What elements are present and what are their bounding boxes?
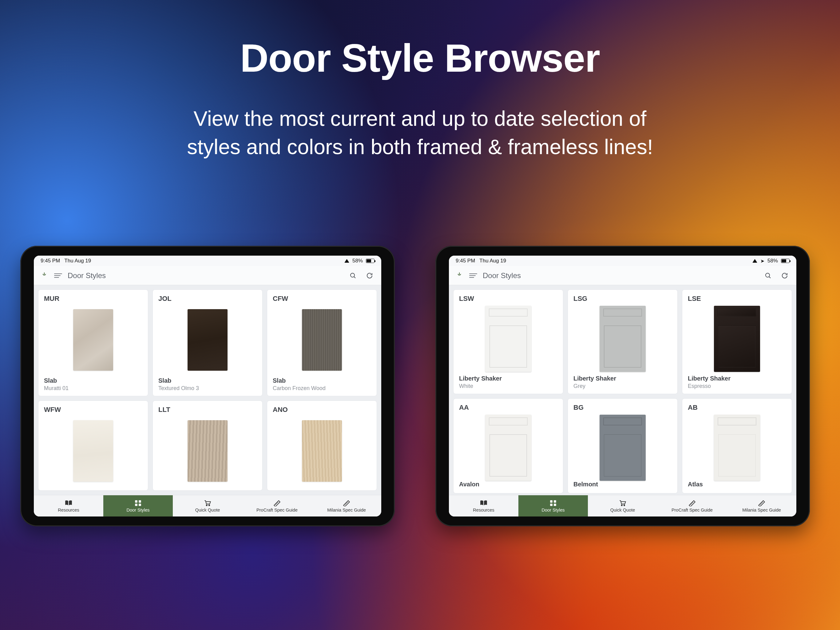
door-code: MUR xyxy=(44,295,142,303)
book-icon xyxy=(65,500,73,507)
tab-procraft-guide[interactable]: ProCraft Spec Guide xyxy=(657,495,727,516)
location-icon: ➤ xyxy=(760,258,764,264)
door-style-name: Liberty Shaker xyxy=(573,375,672,382)
app-bar: Door Styles xyxy=(34,266,381,285)
swatch-container xyxy=(273,417,371,485)
battery-percent: 58% xyxy=(352,258,363,264)
tab-door-styles[interactable]: Door Styles xyxy=(103,495,173,516)
door-style-card[interactable]: LSE Liberty Shaker Espresso xyxy=(682,290,792,394)
door-style-card[interactable]: LSG Liberty Shaker Grey xyxy=(568,290,677,394)
swatch-container xyxy=(573,306,672,372)
wifi-icon xyxy=(752,258,757,264)
door-style-name: Liberty Shaker xyxy=(459,375,557,382)
brand-logo-icon[interactable] xyxy=(455,271,464,280)
door-swatch xyxy=(188,420,227,482)
sort-icon[interactable] xyxy=(54,274,62,278)
tab-label: ProCraft Spec Guide xyxy=(671,508,713,513)
cart-icon xyxy=(619,500,627,507)
tab-quick-quote[interactable]: Quick Quote xyxy=(173,495,242,516)
tab-resources[interactable]: Resources xyxy=(34,495,103,516)
door-color-name: White xyxy=(459,383,557,389)
battery-icon xyxy=(781,259,789,263)
tab-bar: Resources Door Styles Quick Quote ProCra… xyxy=(34,495,381,516)
tab-label: Resources xyxy=(58,508,79,513)
door-code: LSW xyxy=(459,295,557,303)
svg-line-1 xyxy=(354,277,355,278)
door-swatch xyxy=(714,415,760,481)
hero-sub-line-2: styles and colors in both framed & frame… xyxy=(187,135,653,158)
door-style-name: Atlas xyxy=(688,481,786,488)
door-swatch xyxy=(73,420,113,482)
door-swatch xyxy=(302,309,342,371)
door-style-card[interactable]: CFW Slab Carbon Frozen Wood xyxy=(267,290,377,396)
door-style-card[interactable]: MUR Slab Muratti 01 xyxy=(38,290,148,396)
hero-title: Door Style Browser xyxy=(0,35,840,81)
door-style-name: Slab xyxy=(158,377,257,384)
tab-label: ProCraft Spec Guide xyxy=(256,508,298,513)
tab-quick-quote[interactable]: Quick Quote xyxy=(588,495,657,516)
ruler-icon xyxy=(758,500,766,507)
door-code: BG xyxy=(573,404,672,412)
door-code: AB xyxy=(688,404,786,412)
tab-milania-guide[interactable]: Milania Spec Guide xyxy=(312,495,381,516)
tab-door-styles[interactable]: Door Styles xyxy=(518,495,588,516)
door-style-card[interactable]: WFW xyxy=(38,400,148,491)
door-color-name: Carbon Frozen Wood xyxy=(273,385,371,392)
door-swatch xyxy=(485,306,531,372)
door-code: AA xyxy=(459,404,557,412)
search-icon[interactable] xyxy=(347,270,358,281)
hero-sub-line-1: View the most current and up to date sel… xyxy=(194,107,647,130)
door-style-card[interactable]: AA Avalon xyxy=(453,398,563,494)
tab-procraft-guide[interactable]: ProCraft Spec Guide xyxy=(242,495,312,516)
door-style-card[interactable]: AB Atlas xyxy=(682,398,792,494)
tab-resources[interactable]: Resources xyxy=(449,495,518,516)
svg-rect-5 xyxy=(139,503,141,506)
refresh-icon[interactable] xyxy=(364,270,375,281)
app-bar: Door Styles xyxy=(449,266,796,285)
door-style-name: Liberty Shaker xyxy=(688,375,786,382)
svg-rect-11 xyxy=(554,500,556,503)
swatch-container xyxy=(573,415,672,481)
svg-point-15 xyxy=(624,505,625,505)
tab-label: Milania Spec Guide xyxy=(327,508,366,513)
door-style-card[interactable]: LSW Liberty Shaker White xyxy=(453,290,563,394)
door-style-card[interactable]: JOL Slab Textured Olmo 3 xyxy=(153,290,262,396)
tab-label: Quick Quote xyxy=(195,508,220,513)
hero-subtitle: View the most current and up to date sel… xyxy=(0,104,840,161)
swatch-container xyxy=(44,417,142,485)
swatch-container xyxy=(459,415,557,481)
door-swatch xyxy=(302,420,342,482)
door-style-card[interactable]: LLT xyxy=(153,400,262,491)
tab-milania-guide[interactable]: Milania Spec Guide xyxy=(727,495,796,516)
tablet-left: 9:45 PM Thu Aug 19 58% Door Styles xyxy=(20,246,395,526)
sort-icon[interactable] xyxy=(469,274,477,278)
svg-rect-2 xyxy=(135,500,137,503)
door-style-name: Belmont xyxy=(573,481,672,488)
svg-point-0 xyxy=(351,273,355,277)
swatch-container xyxy=(459,306,557,372)
door-style-card[interactable]: ANO xyxy=(267,400,377,491)
tab-label: Milania Spec Guide xyxy=(742,508,781,513)
brand-logo-icon[interactable] xyxy=(40,271,49,280)
ruler-icon xyxy=(688,500,696,507)
tab-label: Door Styles xyxy=(542,508,565,513)
door-swatch xyxy=(600,415,646,481)
svg-point-8 xyxy=(766,273,770,277)
status-bar: 9:45 PM Thu Aug 19 58% xyxy=(34,256,381,266)
battery-percent: 58% xyxy=(767,258,778,264)
refresh-icon[interactable] xyxy=(779,270,790,281)
door-code: LLT xyxy=(158,406,257,414)
door-style-card[interactable]: BG Belmont xyxy=(568,398,677,494)
door-style-grid[interactable]: MUR Slab Muratti 01JOL Slab Textured Olm… xyxy=(34,285,381,495)
door-color-name: Espresso xyxy=(688,383,786,389)
swatch-container xyxy=(44,306,142,374)
search-icon[interactable] xyxy=(763,270,774,281)
door-style-name: Slab xyxy=(44,377,142,384)
swatch-container xyxy=(158,306,257,374)
swatch-container xyxy=(688,415,786,481)
grid-icon xyxy=(134,500,142,507)
svg-point-6 xyxy=(206,505,207,505)
page-title: Door Styles xyxy=(68,271,106,280)
door-style-grid[interactable]: LSW Liberty Shaker WhiteLSG Liberty Shak… xyxy=(449,285,796,495)
status-date: Thu Aug 19 xyxy=(479,258,506,264)
